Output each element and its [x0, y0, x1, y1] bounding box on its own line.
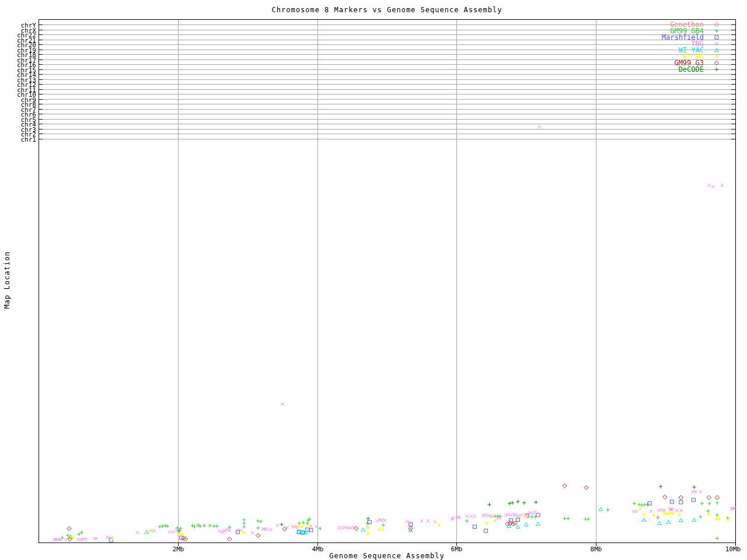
point-wi-rh — [438, 523, 441, 527]
point-wi-rh — [493, 519, 497, 523]
point-tng — [265, 527, 268, 531]
point-decode — [508, 502, 511, 505]
point-decode — [366, 517, 370, 520]
point-wi-rh — [678, 513, 681, 517]
legend-marker-gm99-gb4 — [715, 29, 718, 33]
point-tng — [499, 516, 502, 520]
point-gm99-gb4 — [708, 502, 711, 505]
point-gm99-gb4 — [297, 522, 301, 525]
point-wi-rh — [707, 513, 711, 516]
point-gm99-g3 — [181, 536, 186, 541]
point-tng — [662, 509, 666, 512]
point-wi-rh — [524, 515, 528, 519]
point-gm99-gb4 — [163, 524, 167, 527]
point-gm99-gb4 — [242, 525, 246, 528]
point-wi-yac — [679, 519, 683, 522]
point-gm99-g3 — [282, 527, 287, 531]
point-gm99-g3 — [183, 537, 188, 541]
point-tng — [269, 528, 273, 531]
chart-canvas: chrYchrXchr22chr21chr20chr19chr18chr17ch… — [0, 0, 747, 560]
point-wi-rh — [378, 528, 381, 531]
point-gm99-gb4 — [700, 502, 703, 505]
point-wi-yac — [657, 522, 661, 525]
point-tng — [721, 184, 724, 187]
point-tng — [679, 509, 683, 512]
point-tng — [172, 530, 175, 534]
point-gm99-gb4 — [530, 515, 533, 519]
point-tng — [466, 514, 469, 518]
legend-marker-wi-rh — [715, 55, 718, 58]
point-gm99-g3 — [256, 533, 260, 538]
x-tick-label: 6Mb — [451, 545, 463, 553]
point-wi-rh — [485, 522, 488, 525]
point-gm99-gb4 — [306, 522, 309, 525]
point-tng — [660, 508, 664, 512]
point-wi-rh — [652, 513, 655, 517]
point-tng — [452, 516, 455, 520]
point-wi-rh — [662, 512, 666, 515]
point-gm99-gb4 — [706, 509, 710, 513]
point-gm99-gb4 — [633, 502, 636, 505]
point-tng — [458, 516, 461, 519]
point-tng — [58, 538, 62, 541]
point-wi-rh — [671, 512, 675, 515]
point-tng — [106, 536, 109, 539]
point-wi-yac — [666, 520, 671, 524]
point-gm99-gb4 — [566, 517, 570, 520]
point-tng — [635, 510, 638, 513]
point-tng — [490, 514, 493, 518]
point-tng — [76, 538, 80, 541]
point-gm99-gb4 — [640, 503, 644, 507]
point-wi-rh — [178, 533, 181, 536]
point-tng — [427, 519, 430, 523]
point-tng — [420, 519, 424, 523]
point-gm99-gb4 — [77, 533, 81, 536]
x-tick-label: 4Mb — [312, 545, 324, 553]
point-gm99-g3 — [679, 495, 683, 500]
point-tng — [349, 526, 352, 530]
y-axis-label: Map Location — [3, 251, 11, 309]
point-gm99-gb4 — [80, 531, 83, 534]
point-wi-rh — [300, 525, 303, 528]
point-marshfield — [679, 501, 683, 504]
plot-border — [39, 20, 736, 543]
point-wi-rh — [242, 531, 246, 534]
point-gm99-gb4 — [656, 516, 659, 519]
chr-label-chr1: chr1 — [21, 136, 37, 144]
point-tng — [95, 537, 98, 540]
point-gm99-g3 — [707, 495, 711, 500]
point-gm99-gb4 — [715, 513, 719, 517]
point-marshfield — [516, 518, 519, 522]
point-wi-yac — [692, 518, 696, 522]
point-wi-rh — [148, 530, 151, 533]
point-tng — [346, 526, 350, 530]
point-tng — [240, 528, 243, 532]
point-tng — [64, 538, 68, 541]
point-tng — [434, 520, 437, 524]
point-gm99-gb4 — [215, 524, 218, 528]
point-gm99-g3 — [584, 485, 589, 490]
point-gm99-g3 — [67, 526, 72, 531]
point-tng — [531, 512, 535, 515]
legend-label-decode: DeCODE — [679, 65, 704, 74]
point-tng — [218, 530, 222, 533]
point-gm99-gb4 — [563, 517, 566, 520]
point-wi-rh — [727, 518, 730, 522]
point-decode — [516, 500, 519, 503]
point-gm99-gb4 — [715, 501, 719, 505]
point-tng — [84, 537, 88, 541]
point-tng — [337, 526, 341, 530]
point-marshfield — [473, 525, 476, 528]
point-gm99-gb4 — [166, 524, 169, 528]
point-wi-yac — [409, 528, 413, 532]
point-gm99-g3 — [663, 495, 668, 499]
legend-marker-marshfield — [715, 36, 718, 39]
point-gm99-gb4 — [242, 518, 246, 522]
point-tng — [136, 531, 139, 534]
point-tng — [291, 525, 295, 528]
x-axis-label: Genome Sequence Assembly — [329, 552, 444, 560]
x-tick-label: 2Mb — [173, 545, 184, 553]
point-tng — [470, 514, 473, 518]
point-gm99-gb4 — [256, 526, 260, 530]
point-tng — [675, 509, 679, 512]
